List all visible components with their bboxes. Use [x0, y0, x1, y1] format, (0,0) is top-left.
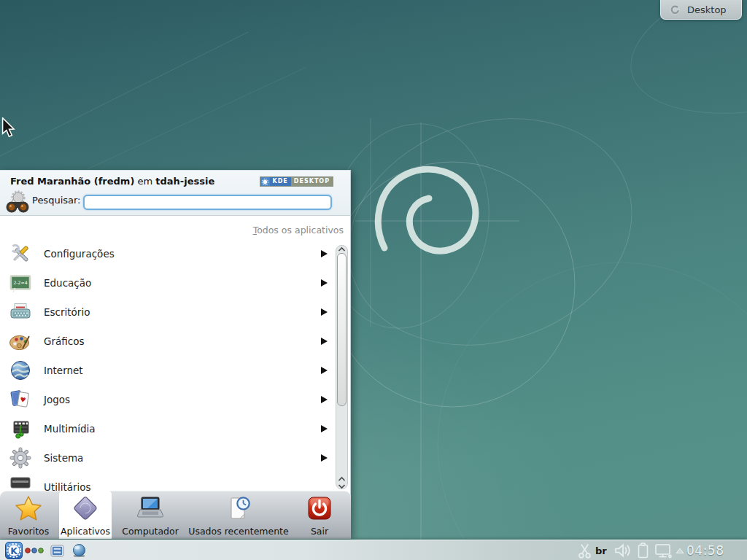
network-monitor-tray-button[interactable]: [654, 540, 673, 560]
scissors-icon: [578, 543, 592, 559]
submenu-arrow-icon: [321, 279, 328, 287]
klipper-tray-button[interactable]: [578, 540, 592, 560]
svg-text:K: K: [10, 545, 18, 556]
category-row-escritorio[interactable]: Escritório: [0, 298, 334, 327]
binoculars-search-icon: [5, 190, 30, 215]
badge-kde-text: KDE: [270, 177, 291, 186]
kde-desktop-badge: KDE DESKTOP: [260, 176, 334, 187]
expander-up-triangle-icon: [676, 548, 684, 554]
kickoff-header: Fred Maranhão (fredm) em tdah-jessie KDE…: [0, 171, 350, 216]
taskbar-panel: K: [0, 540, 747, 560]
battery-tray-button[interactable]: [638, 540, 649, 560]
svg-text:♥: ♥: [20, 396, 27, 404]
svg-text:2-2=4: 2-2=4: [13, 280, 27, 285]
applications-diamond-icon: [71, 494, 99, 522]
tray-expander-button[interactable]: [676, 540, 684, 560]
tools-icon: [9, 242, 32, 265]
tab-sair[interactable]: Sair: [298, 491, 341, 539]
kmenu-launcher-button[interactable]: K: [5, 540, 23, 560]
globe-launcher-button[interactable]: [71, 540, 87, 560]
typewriter-icon: [9, 300, 32, 324]
tab-usados-recentemente[interactable]: Usados recentemente: [188, 491, 289, 539]
host-name: tdah-jessie: [155, 176, 214, 187]
category-row-sistema[interactable]: Sistema: [0, 443, 334, 472]
laptop-icon: [136, 494, 164, 522]
kde-gear-logo-icon: [260, 177, 270, 186]
badge-desktop-text: DESKTOP: [291, 177, 333, 186]
recent-documents-icon: [225, 494, 252, 522]
breadcrumb-all-applications[interactable]: Todos os aplicativos: [253, 225, 344, 236]
activity-dots-widget[interactable]: [25, 540, 44, 560]
search-input[interactable]: [83, 195, 332, 210]
kickoff-launcher-menu: Fred Maranhão (fredm) em tdah-jessie KDE…: [0, 170, 351, 538]
submenu-arrow-icon: [321, 250, 328, 257]
globe-icon: [9, 359, 32, 382]
submenu-arrow-icon: [321, 454, 328, 462]
user-host-title: Fred Maranhão (fredm) em tdah-jessie: [10, 176, 214, 187]
desktop: Desktop Fred Maranhão (fredm) em tdah-je…: [0, 0, 747, 560]
scroll-down-icon[interactable]: [338, 483, 346, 489]
battery-icon: [638, 542, 649, 559]
submenu-arrow-icon: [321, 396, 328, 403]
speaker-icon: [614, 543, 632, 558]
tab-computador[interactable]: Computador: [117, 491, 184, 539]
drawer-window-icon: [50, 544, 64, 558]
monitor-network-icon: [654, 543, 673, 559]
scroll-up-icon[interactable]: [338, 246, 346, 252]
submenu-arrow-icon: [321, 308, 328, 316]
submenu-arrow-icon: [321, 425, 328, 432]
scroll-up-icon[interactable]: [338, 476, 346, 482]
blue-sphere-icon: [71, 543, 87, 559]
title-connector: em: [138, 176, 153, 187]
tab-aplicativos[interactable]: Aplicativos: [59, 491, 112, 539]
mouse-cursor: [1, 117, 16, 138]
chalkboard-icon: 2-2=4: [9, 271, 32, 295]
digital-clock[interactable]: 04:58: [686, 540, 724, 560]
cards-icon: ♥: [9, 388, 32, 411]
plasma-cashew-icon: [668, 3, 681, 16]
category-row-graficos[interactable]: Gráficos: [0, 327, 334, 356]
debian-swirl-icon: [378, 169, 475, 251]
submenu-arrow-icon: [321, 338, 328, 345]
desktop-toolbox[interactable]: Desktop: [660, 0, 742, 20]
category-row-jogos[interactable]: ♥ Jogos: [0, 385, 334, 414]
volume-tray-button[interactable]: [614, 540, 632, 560]
submenu-arrow-icon: [321, 367, 328, 374]
power-logout-icon: [306, 494, 333, 522]
gear-icon: [9, 446, 32, 470]
palette-icon: [9, 330, 32, 353]
scrollbar-thumb[interactable]: [337, 253, 347, 406]
search-label: Pesquisar:: [32, 193, 81, 208]
kde-k-icon: K: [5, 542, 23, 559]
clapper-note-icon: [9, 417, 32, 440]
window-list-button[interactable]: [50, 540, 64, 560]
desktop-toolbox-label: Desktop: [687, 4, 727, 15]
category-row-multimidia[interactable]: Multimídia: [0, 414, 334, 443]
star-icon: [15, 494, 42, 522]
category-row-configuracoes[interactable]: Configurações: [0, 239, 334, 268]
user-name: Fred Maranhão (fredm): [10, 176, 134, 187]
tab-favoritos[interactable]: Favoritos: [4, 491, 53, 539]
keyboard-layout-indicator[interactable]: br: [595, 540, 607, 560]
category-row-internet[interactable]: Internet: [0, 356, 334, 385]
category-row-educacao[interactable]: 2-2=4 Educação: [0, 268, 334, 298]
three-dots-icon: [25, 547, 44, 554]
